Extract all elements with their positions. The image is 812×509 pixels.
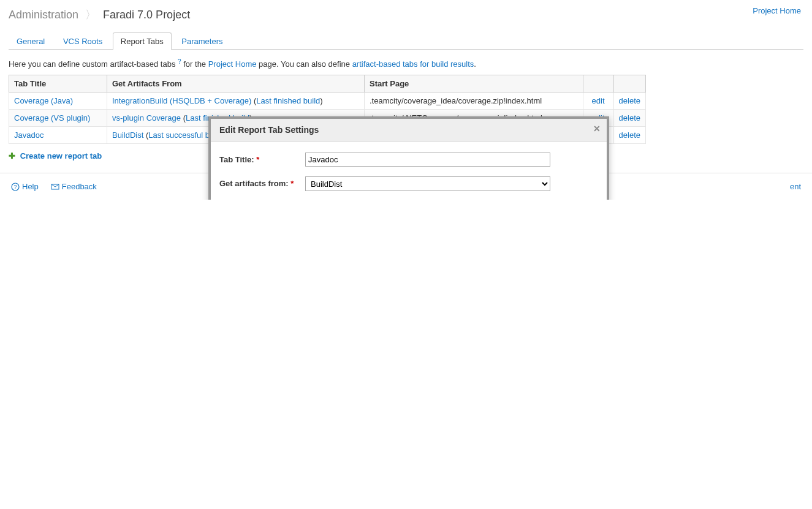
col-artifacts: Get Artifacts From: [107, 75, 365, 92]
edit-report-tab-dialog: Edit Report Tab Settings ✕ Tab Title: * …: [208, 116, 609, 200]
row-build-link[interactable]: BuildDist: [112, 130, 143, 140]
help-link[interactable]: Help: [11, 182, 39, 191]
row-build-link[interactable]: IntegrationBuild (HSQLDB + Coverage): [112, 96, 251, 105]
delete-link[interactable]: delete: [619, 113, 640, 123]
col-tab-title: Tab Title: [9, 75, 107, 92]
row-start-page: .teamcity/coverage_idea/coverage.zip!ind…: [365, 92, 583, 110]
artifacts-from-label: Get artifacts from: *: [219, 176, 305, 200]
dialog-title: Edit Report Tab Settings ✕: [211, 119, 607, 141]
help-circle-icon: [11, 183, 20, 191]
tab-report-tabs[interactable]: Report Tabs: [113, 32, 172, 50]
breadcrumb: Administration 〉 Faradi 7.0 Project: [0, 0, 812, 26]
col-start-page: Start Page: [365, 75, 583, 92]
row-title-link[interactable]: Coverage (VS plugin): [14, 113, 90, 123]
create-new-link[interactable]: Create new report tab: [20, 151, 102, 160]
help-icon[interactable]: ?: [178, 58, 181, 65]
tab-title-input[interactable]: [305, 153, 550, 167]
row-rule-link[interactable]: Last successful bui: [148, 130, 216, 140]
project-home-inline-link[interactable]: Project Home: [208, 59, 257, 69]
breadcrumb-current: Faradi 7.0 Project: [103, 9, 190, 21]
row-rule-link[interactable]: Last finished build: [256, 96, 320, 105]
delete-link[interactable]: delete: [619, 96, 640, 105]
table-row: Coverage (Java)IntegrationBuild (HSQLDB …: [9, 92, 646, 110]
row-build-link[interactable]: vs-plugin Coverage: [112, 113, 181, 123]
close-icon[interactable]: ✕: [593, 124, 601, 134]
row-title-link[interactable]: Javadoc: [14, 130, 44, 140]
delete-link[interactable]: delete: [619, 130, 640, 140]
project-tabs: General VCS Roots Report Tabs Parameters: [9, 32, 803, 50]
tab-vcs-roots[interactable]: VCS Roots: [55, 32, 110, 50]
row-title-link[interactable]: Coverage (Java): [14, 96, 73, 105]
footer-right-link[interactable]: ent: [790, 182, 801, 191]
build-select[interactable]: BuildDist: [305, 176, 550, 191]
breadcrumb-admin[interactable]: Administration: [9, 9, 78, 21]
page-description: Here you can define custom artifact-base…: [9, 58, 803, 69]
breadcrumb-sep-icon: 〉: [85, 9, 96, 21]
tab-parameters[interactable]: Parameters: [173, 32, 230, 50]
edit-link[interactable]: edit: [592, 96, 605, 105]
plus-icon: ✚: [9, 151, 15, 160]
tab-general[interactable]: General: [9, 32, 53, 50]
project-home-link[interactable]: Project Home: [753, 6, 801, 15]
feedback-link[interactable]: Feedback: [51, 182, 97, 191]
tab-title-label: Tab Title: *: [219, 153, 305, 167]
artifact-tabs-link[interactable]: artifact-based tabs for build results: [352, 59, 474, 69]
mail-icon: [51, 183, 59, 191]
